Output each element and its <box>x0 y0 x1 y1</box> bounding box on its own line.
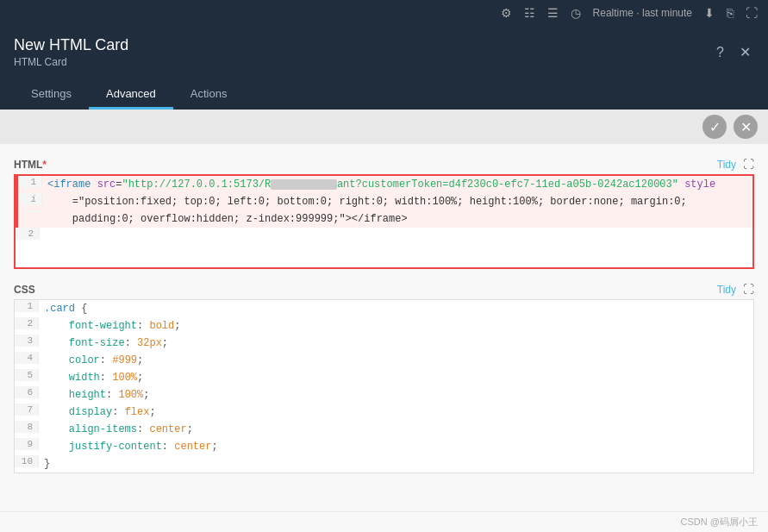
html-editor-actions: Tidy ⛶ <box>717 158 754 171</box>
line-num-i: i <box>18 193 42 205</box>
css-line: 10} <box>15 455 753 473</box>
css-line-content: } <box>39 455 753 473</box>
css-line: 9 justify-content: center; <box>15 438 753 455</box>
panel-subtitle: HTML Card <box>14 56 128 68</box>
css-line-number: 7 <box>15 404 39 416</box>
panel-title: New HTML Card <box>14 36 128 54</box>
css-line-content: .card { <box>39 300 753 317</box>
tab-actions[interactable]: Actions <box>173 80 245 110</box>
css-line: 7 display: flex; <box>15 404 753 421</box>
required-marker: * <box>42 159 47 171</box>
action-buttons-row: ✓ ✕ <box>0 110 768 144</box>
help-button[interactable]: ? <box>713 43 727 62</box>
footer-watermark: CSDN @码屑小王 <box>0 511 768 532</box>
css-code-editor[interactable]: 1.card {2 font-weight: bold;3 font-size:… <box>14 299 754 473</box>
css-line-number: 1 <box>15 300 39 312</box>
css-line-number: 9 <box>15 438 39 450</box>
chart-icon[interactable]: ☷ <box>524 6 535 20</box>
css-line: 5 width: 100%; <box>15 369 753 386</box>
css-line-content: width: 100%; <box>39 369 753 386</box>
html-line-1: 1 <iframe src="http://127.0.0.1:5173/R a… <box>16 176 752 193</box>
css-editor-actions: Tidy ⛶ <box>717 283 754 296</box>
menu-icon[interactable]: ☰ <box>547 6 559 20</box>
share-icon[interactable]: ⎘ <box>727 6 734 20</box>
gear-icon[interactable]: ⚙ <box>501 6 512 20</box>
html-code-1: <iframe src="http://127.0.0.1:5173/R ant… <box>42 176 752 193</box>
css-fullscreen-icon[interactable]: ⛶ <box>743 283 754 296</box>
css-line: 4 color: #999; <box>15 352 753 369</box>
html-editor-section: HTML* Tidy ⛶ 1 <iframe src="http://127.0… <box>14 158 754 269</box>
panel-body: HTML* Tidy ⛶ 1 <iframe src="http://127.0… <box>0 144 768 511</box>
tab-settings[interactable]: Settings <box>14 80 89 110</box>
confirm-button[interactable]: ✓ <box>702 115 727 139</box>
css-line-content: color: #999; <box>39 352 753 369</box>
line-num-1: 1 <box>18 176 42 188</box>
cancel-button[interactable]: ✕ <box>734 115 758 139</box>
css-line-content: height: 100%; <box>39 386 753 404</box>
line-num-blank <box>18 210 42 212</box>
panel-header-icons: ? ✕ <box>713 42 754 62</box>
css-line: 8 align-items: center; <box>15 421 753 438</box>
panel-header: New HTML Card HTML Card ? ✕ Settings Adv… <box>0 26 768 110</box>
html-code-editor[interactable]: 1 <iframe src="http://127.0.0.1:5173/R a… <box>14 174 754 269</box>
html-code-3: padding:0; overflow:hidden; z-index:9999… <box>42 210 752 228</box>
html-line-3: padding:0; overflow:hidden; z-index:9999… <box>16 210 752 228</box>
css-line-content: align-items: center; <box>39 421 753 438</box>
css-line-content: justify-content: center; <box>39 438 753 455</box>
html-line-2: i ="position:fixed; top:0; left:0; botto… <box>16 193 752 210</box>
css-line: 1.card { <box>15 300 753 317</box>
css-line-number: 2 <box>15 317 39 329</box>
css-tidy-button[interactable]: Tidy <box>717 284 736 296</box>
html-fullscreen-icon[interactable]: ⛶ <box>743 158 754 171</box>
css-line: 6 height: 100%; <box>15 386 753 404</box>
html-code-4 <box>40 228 752 245</box>
css-label: CSS <box>14 284 35 296</box>
css-line: 3 font-size: 32px; <box>15 335 753 352</box>
clock-icon[interactable]: ◷ <box>571 6 581 20</box>
line-num-2: 2 <box>16 228 40 240</box>
css-line-number: 5 <box>15 369 39 381</box>
html-label-row: HTML* Tidy ⛶ <box>14 158 754 171</box>
css-line-number: 8 <box>15 421 39 433</box>
css-editor-section: CSS Tidy ⛶ 1.card {2 font-weight: bold;3… <box>14 283 754 473</box>
css-line-content: display: flex; <box>39 404 753 421</box>
css-line: 2 font-weight: bold; <box>15 317 753 335</box>
realtime-label: Realtime · last minute <box>593 7 692 19</box>
css-line-number: 10 <box>15 455 39 467</box>
panel-title-group: New HTML Card HTML Card <box>14 36 128 68</box>
top-bar: ⚙ ☷ ☰ ◷ Realtime · last minute ⬇ ⎘ ⛶ <box>0 0 768 26</box>
tabs-container: Settings Advanced Actions <box>14 80 754 110</box>
html-card-panel: New HTML Card HTML Card ? ✕ Settings Adv… <box>0 26 768 532</box>
css-line-number: 3 <box>15 335 39 347</box>
html-label: HTML* <box>14 159 47 171</box>
css-line-number: 6 <box>15 386 39 398</box>
download-icon[interactable]: ⬇ <box>704 6 715 20</box>
tab-advanced[interactable]: Advanced <box>89 80 173 110</box>
expand-icon[interactable]: ⛶ <box>746 6 758 20</box>
css-label-row: CSS Tidy ⛶ <box>14 283 754 296</box>
panel-title-row: New HTML Card HTML Card ? ✕ <box>14 36 754 75</box>
css-line-number: 4 <box>15 352 39 364</box>
css-line-content: font-size: 32px; <box>39 335 753 352</box>
html-code-2: ="position:fixed; top:0; left:0; bottom:… <box>42 193 752 210</box>
css-line-content: font-weight: bold; <box>39 317 753 335</box>
close-panel-button[interactable]: ✕ <box>736 42 754 62</box>
html-line-4: 2 <box>16 228 752 245</box>
html-tidy-button[interactable]: Tidy <box>717 159 736 171</box>
